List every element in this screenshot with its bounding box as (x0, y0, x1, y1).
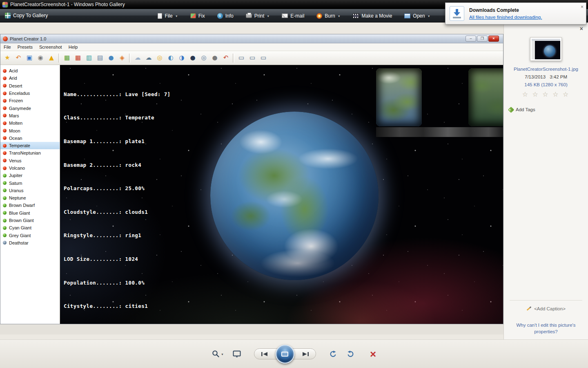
rating-star-icon[interactable]: ☆ (532, 91, 539, 98)
preset-item[interactable]: Acid (0, 67, 60, 74)
add-tags-button[interactable]: Add Tags (509, 107, 583, 112)
preset-item[interactable]: Molten (0, 119, 60, 127)
preset-item[interactable]: Ganymede (0, 104, 60, 112)
planet-bullet-icon (3, 196, 7, 200)
preset-item[interactable]: Brown Dwarf (0, 202, 60, 209)
stat-line: Class............: Temperate (64, 115, 171, 121)
preset-item[interactable]: Jupiter (0, 172, 60, 179)
screen: PlanetCreatorScreenshot-1 - Windows Phot… (0, 0, 588, 368)
toolbar-button[interactable]: Info (217, 13, 234, 19)
play-slideshow-button[interactable] (276, 345, 294, 364)
toolbar-button[interactable]: E-mail (282, 13, 304, 19)
texture-icon[interactable]: ▦ (62, 53, 72, 63)
preset-item[interactable]: Frozen (0, 97, 60, 104)
sphere-icon[interactable]: ● (209, 53, 220, 63)
preset-item[interactable]: TransNeptunian (0, 149, 60, 157)
copy-to-gallery-button[interactable]: Copy To Gallery (0, 9, 53, 22)
preset-item[interactable]: Moon (0, 127, 60, 134)
preset-item[interactable]: Enceladus (0, 90, 60, 97)
toolbar-separator[interactable] (233, 54, 234, 63)
add-caption-button[interactable]: <Add Caption> (509, 306, 583, 311)
globe-night-icon[interactable]: ● (187, 53, 198, 63)
planet-render-view[interactable]: Name.............: Lave [Seed: 7] Class.… (60, 65, 503, 324)
preset-item[interactable]: Blue Giant (0, 209, 60, 217)
planet-creator-window[interactable]: Planet Creator 1.0 – ❐ × File Presets Sc… (0, 34, 503, 324)
toolbar-button[interactable]: Make a Movie (353, 13, 392, 19)
preset-item[interactable]: Arid (0, 74, 60, 82)
fit-to-window-button[interactable] (231, 349, 243, 359)
info-panel: × PlanetCreatorScreenshot-1.jpg 7/13/201… (503, 22, 588, 339)
warning-icon[interactable]: ▲ (46, 53, 57, 63)
new-preset-icon[interactable]: ★ (2, 53, 13, 63)
toolbar-button[interactable]: File ▼ (158, 13, 178, 19)
menu-item[interactable]: Presets (14, 45, 36, 49)
preset-item[interactable]: Brown Giant (0, 217, 60, 224)
toolbar-separator[interactable] (58, 54, 60, 63)
preset-item[interactable]: Venus (0, 157, 60, 164)
add-caption-label: <Add Caption> (534, 306, 566, 311)
preset-item[interactable]: Deathstar (0, 239, 60, 247)
next-button[interactable] (300, 350, 311, 358)
screen-size-icon-2[interactable]: ▭ (247, 53, 258, 63)
properties-help-link[interactable]: Why can't I edit this picture's properti… (513, 322, 579, 335)
rating-star-icon[interactable]: ☆ (552, 91, 559, 98)
globe-blue-icon[interactable]: ◑ (176, 53, 187, 63)
undo-red-icon[interactable]: ↶ (220, 53, 231, 63)
preset-item[interactable]: Saturn (0, 179, 60, 186)
menu-item[interactable]: Help (65, 45, 81, 49)
maximize-button[interactable]: ❐ (477, 36, 488, 42)
clouds-dark-icon[interactable]: ☁ (143, 53, 154, 63)
preset-item[interactable]: Desert (0, 82, 60, 90)
photo-gallery-app-icon (2, 2, 8, 7)
planet-bullet-icon (3, 92, 7, 95)
screenshot-camera-icon[interactable]: ◉ (35, 53, 46, 63)
rotate-cw-icon (346, 350, 354, 358)
previous-button[interactable] (259, 350, 270, 358)
toolbar-button[interactable]: Fix (190, 13, 205, 19)
preset-item[interactable]: Grey Giant (0, 232, 60, 239)
clouds-icon[interactable]: ☁ (132, 53, 143, 63)
dropdown-caret-icon: ▼ (428, 14, 430, 18)
preset-item[interactable]: Neptune (0, 194, 60, 202)
save-icon[interactable]: ▣ (24, 53, 35, 63)
rating-star-icon[interactable]: ☆ (542, 91, 549, 98)
rotate-clockwise-button[interactable] (345, 349, 356, 359)
screen-size-icon-1[interactable]: ▭ (236, 53, 247, 63)
stat-line: Ringstyle........: ring1 (64, 233, 171, 238)
zoom-button[interactable]: ▼ (210, 348, 225, 359)
zoom-view-icon[interactable]: ◎ (154, 53, 165, 63)
preset-item[interactable]: Uranus (0, 187, 60, 194)
toolbar-button[interactable]: Print ▼ (246, 13, 270, 19)
layers-icon[interactable]: ▥ (84, 53, 94, 63)
toolbar-button[interactable]: Burn ▼ (316, 13, 340, 19)
globe-icon[interactable]: ● (106, 53, 116, 63)
toolbar-button[interactable]: Open ▼ (404, 13, 430, 19)
notification-link[interactable]: All files have finished downloading. (469, 15, 542, 20)
screen-size-icon-3[interactable]: ▭ (258, 53, 269, 63)
toolbar-separator[interactable] (129, 54, 131, 63)
texture-red-icon[interactable]: ▦ (73, 53, 83, 63)
globe-day-icon[interactable]: ◐ (165, 53, 176, 63)
menu-item[interactable]: File (0, 45, 14, 49)
preset-item[interactable]: Cyan Giant (0, 224, 60, 231)
comet-icon[interactable]: ◈ (117, 53, 127, 63)
notification-close-icon[interactable]: × (581, 4, 584, 9)
ring-icon[interactable]: ◎ (198, 53, 209, 63)
rating-star-icon[interactable]: ☆ (563, 91, 570, 98)
preset-item[interactable]: Mars (0, 112, 60, 119)
info-panel-close-icon[interactable]: × (580, 26, 583, 31)
preset-label: Desert (9, 83, 22, 88)
rotate-counterclockwise-button[interactable] (327, 349, 339, 359)
rating-star-icon[interactable]: ☆ (522, 91, 529, 98)
preset-item[interactable]: Ocean (0, 135, 60, 142)
undo-icon[interactable]: ↶ (13, 53, 24, 63)
close-button[interactable]: × (488, 36, 499, 42)
menu-item[interactable]: Screenshot (36, 45, 65, 49)
delete-button[interactable]: × (368, 347, 378, 361)
preset-item[interactable]: Temperate (0, 142, 60, 149)
preset-item[interactable]: Volcano (0, 164, 60, 172)
stats-overlay-icon[interactable]: ▤ (95, 53, 105, 63)
minimize-button[interactable]: – (466, 36, 476, 42)
photo-thumbnail[interactable] (530, 37, 562, 61)
preset-label: Neptune (9, 195, 26, 200)
